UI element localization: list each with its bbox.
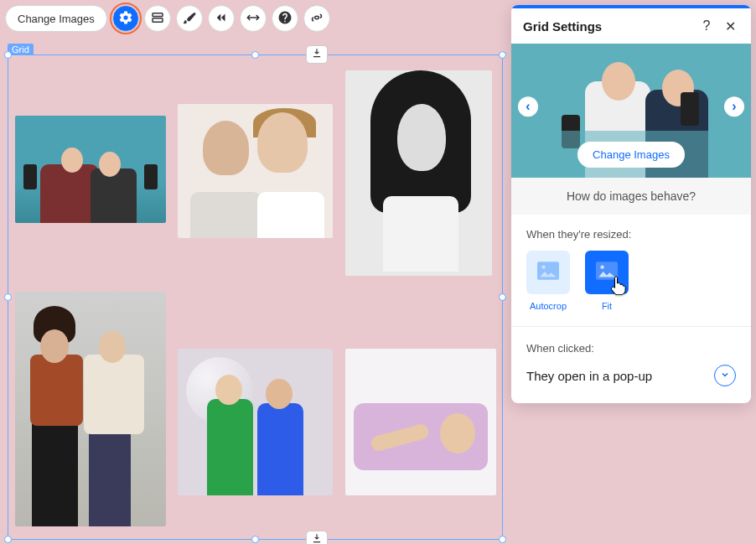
svg-rect-0 <box>153 13 163 16</box>
hero-next-button[interactable]: › <box>724 96 744 117</box>
grid-image[interactable] <box>15 116 166 223</box>
resize-handle[interactable] <box>499 293 506 301</box>
download-icon <box>311 532 323 544</box>
click-behavior-row[interactable]: They open in a pop-up <box>526 365 736 386</box>
svg-rect-1 <box>153 18 163 22</box>
attach-bottom-button[interactable] <box>306 531 328 544</box>
stretch-button[interactable] <box>240 5 267 32</box>
layout-button[interactable] <box>144 5 171 32</box>
click-behavior-expand[interactable] <box>714 365 736 386</box>
animation-button[interactable] <box>208 5 235 32</box>
panel-close-button[interactable]: ✕ <box>721 17 739 35</box>
click-label: When clicked: <box>526 342 736 355</box>
top-toolbar: Change Images <box>5 5 330 32</box>
chevron-left-icon: ‹ <box>526 99 530 114</box>
layout-icon <box>150 10 165 28</box>
resize-handle[interactable] <box>4 293 12 301</box>
grid-image[interactable] <box>178 104 333 238</box>
resize-handle[interactable] <box>251 51 259 59</box>
chevron-right-icon: › <box>732 99 736 114</box>
svg-point-5 <box>600 266 603 269</box>
image-icon <box>537 262 559 283</box>
settings-button[interactable] <box>112 5 139 32</box>
download-icon <box>311 47 323 62</box>
resize-handle[interactable] <box>499 51 506 59</box>
stretch-icon <box>246 10 261 28</box>
resize-handle[interactable] <box>499 536 506 543</box>
grid-image[interactable] <box>345 70 492 276</box>
panel-hero-preview: ‹ › Change Images <box>511 44 751 178</box>
link-arrows-icon <box>309 10 324 28</box>
resize-handle[interactable] <box>251 536 259 543</box>
panel-title: Grid Settings <box>523 19 692 34</box>
panel-body: When they're resized: Autocrop Fit <box>511 215 751 403</box>
more-button[interactable] <box>303 5 330 32</box>
change-images-button[interactable]: Change Images <box>5 5 107 32</box>
hero-prev-button[interactable]: ‹ <box>518 96 538 117</box>
click-behavior-value: They open in a pop-up <box>526 369 652 383</box>
grid-image[interactable] <box>15 292 166 526</box>
brush-icon <box>182 10 197 28</box>
panel-header: Grid Settings ? ✕ <box>511 8 751 44</box>
autocrop-option-label: Autocrop <box>530 301 567 311</box>
image-icon <box>596 262 618 283</box>
gear-icon <box>118 10 133 28</box>
close-icon: ✕ <box>725 18 736 34</box>
grid-image[interactable] <box>178 349 333 495</box>
divider <box>511 326 751 327</box>
fit-option-label: Fit <box>602 301 612 311</box>
question-icon: ? <box>703 18 711 34</box>
question-icon <box>277 10 293 28</box>
section-question: How do images behave? <box>511 178 751 215</box>
panel-help-button[interactable]: ? <box>697 17 716 35</box>
attach-top-button[interactable] <box>306 45 328 64</box>
fit-option[interactable]: Fit <box>585 251 629 311</box>
grid-settings-panel: Grid Settings ? ✕ ‹ › Change Images How … <box>511 5 751 403</box>
grid-selection[interactable] <box>8 54 503 540</box>
resize-label: When they're resized: <box>526 228 736 241</box>
help-button[interactable] <box>272 5 298 32</box>
grid-image[interactable] <box>345 349 496 495</box>
autocrop-option[interactable]: Autocrop <box>526 251 570 311</box>
resize-handle[interactable] <box>4 51 12 59</box>
double-chevron-left-icon <box>214 10 229 28</box>
svg-rect-4 <box>596 262 618 280</box>
chevron-down-icon <box>720 368 730 383</box>
design-button[interactable] <box>176 5 203 32</box>
svg-rect-2 <box>537 262 559 280</box>
svg-point-3 <box>541 266 545 269</box>
resize-handle[interactable] <box>4 536 12 543</box>
hero-change-images-button[interactable]: Change Images <box>577 142 685 168</box>
resize-options: Autocrop Fit <box>526 251 736 311</box>
